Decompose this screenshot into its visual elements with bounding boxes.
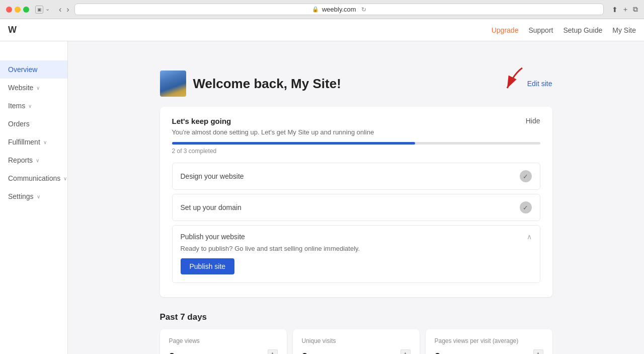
browser-chrome: ▣ ⌄ ‹ › 🔒 weebly.com ↻ ⬆ ＋ ⧉ [0, 0, 644, 19]
stat-pages-per-visit-label: Pages views per visit (average) [435, 337, 543, 344]
maximize-dot[interactable] [23, 7, 29, 13]
arrow-annotation [485, 65, 525, 97]
url-reload: ↻ [361, 6, 366, 13]
close-dot[interactable] [6, 7, 12, 13]
url-text: weebly.com [322, 6, 356, 13]
avatar-image [160, 70, 186, 97]
browser-dots [6, 7, 29, 13]
step-setup-domain[interactable]: Set up your domain ✓ [172, 194, 540, 221]
reports-chevron-icon: ∨ [36, 158, 39, 163]
stat-page-views-controls: ▲ ▬ [268, 349, 278, 354]
publish-site-button[interactable]: Publish site [181, 258, 235, 274]
my-site-link[interactable]: My Site [612, 26, 636, 34]
tab-chevron: ⌄ [45, 6, 50, 14]
items-chevron-icon: ∨ [28, 103, 32, 109]
stat-unique-visits-row: 0 ▲ ▬ [302, 349, 411, 354]
step-publish-description: Ready to publish? Go live and start sell… [181, 245, 532, 252]
stat-card-page-views: Page views 0 ▲ ▬ [160, 329, 287, 354]
stat-pages-per-visit-row: 0 ▲ ▬ [435, 349, 543, 354]
stat-page-views-up-arrow[interactable]: ▲ [268, 349, 278, 354]
upgrade-link[interactable]: Upgrade [492, 26, 519, 34]
settings-chevron-icon: ∨ [37, 194, 40, 199]
new-tab-button[interactable]: ＋ [622, 5, 629, 14]
browser-tabs: ▣ ⌄ [35, 6, 50, 14]
step-design-label: Design your website [181, 172, 244, 180]
step-publish-expanded: Ready to publish? Go live and start sell… [181, 245, 532, 274]
setup-guide-link[interactable]: Setup Guide [563, 26, 602, 34]
fulfillment-label: Fulfillment [8, 138, 40, 146]
step-domain-label: Set up your domain [181, 203, 242, 211]
url-icon: 🔒 [312, 6, 319, 13]
items-label: Items [8, 102, 25, 110]
main-content: Welcome back, My Site! Edit site [68, 19, 644, 354]
orders-label: Orders [8, 120, 30, 128]
url-bar[interactable]: 🔒 weebly.com ↻ [74, 4, 604, 15]
sidebar-item-settings[interactable]: Settings ∨ [0, 187, 67, 205]
step-expand-chevron-icon[interactable]: ∧ [527, 233, 532, 241]
sidebar-item-communications[interactable]: Communications ∨ [0, 169, 67, 187]
support-link[interactable]: Support [528, 26, 553, 34]
step-publish-header: Publish your website ∧ [181, 233, 532, 241]
progress-text: 2 of 3 completed [172, 148, 540, 155]
sidebar-item-fulfillment[interactable]: Fulfillment ∨ [0, 133, 67, 151]
stat-unique-visits-value: 0 [302, 350, 308, 354]
sidebar-item-overview[interactable]: Overview [0, 60, 67, 79]
stat-pages-per-visit-up-arrow[interactable]: ▲ [533, 349, 543, 354]
app-layout: Overview Website ∨ Items ∨ Orders Fulfil… [0, 19, 644, 354]
reports-label: Reports [8, 156, 33, 164]
setup-card: Let's keep going Hide You're almost done… [160, 107, 552, 297]
site-avatar [160, 70, 186, 97]
website-chevron-icon: ∨ [36, 85, 40, 91]
stat-pages-per-visit-value: 0 [435, 350, 441, 354]
stat-page-views-row: 0 ▲ ▬ [169, 349, 278, 354]
stat-unique-visits-up-arrow[interactable]: ▲ [400, 349, 411, 354]
communications-label: Communications [8, 174, 60, 182]
tab-icon: ▣ [35, 6, 43, 14]
step-design-website[interactable]: Design your website ✓ [172, 163, 540, 190]
step-domain-check: ✓ [520, 201, 532, 214]
sidebar-toggle-button[interactable]: ⧉ [633, 5, 638, 14]
step-publish-website[interactable]: Publish your website ∧ Ready to publish?… [172, 225, 540, 283]
step-design-check: ✓ [520, 170, 532, 182]
step-publish-label: Publish your website [181, 233, 245, 241]
welcome-header: Welcome back, My Site! Edit site [160, 70, 552, 97]
settings-label: Settings [8, 192, 34, 200]
stat-pages-per-visit-controls: ▲ ▬ [533, 349, 543, 354]
stat-card-unique-visits: Unique visits 0 ▲ ▬ [293, 329, 420, 354]
overview-label: Overview [8, 65, 37, 74]
content-inner: Welcome back, My Site! Edit site [150, 60, 562, 354]
edit-site-link[interactable]: Edit site [527, 80, 552, 88]
sidebar-item-items[interactable]: Items ∨ [0, 97, 67, 115]
progress-bar-fill [172, 142, 415, 145]
top-nav-links: Upgrade Support Setup Guide My Site [492, 26, 636, 34]
progress-bar-background [172, 142, 540, 145]
stat-page-views-label: Page views [169, 337, 278, 344]
stats-grid: Page views 0 ▲ ▬ Unique visits 0 [160, 329, 552, 354]
browser-actions: ⬆ ＋ ⧉ [612, 5, 638, 14]
welcome-title: Welcome back, My Site! [193, 76, 341, 92]
stats-section-title: Past 7 days [160, 312, 552, 322]
communications-chevron-icon: ∨ [63, 176, 67, 181]
stat-unique-visits-controls: ▲ ▬ [400, 349, 411, 354]
browser-controls: ‹ › [58, 5, 70, 14]
stats-section: Past 7 days Page views 0 ▲ ▬ U [160, 312, 552, 354]
hide-button[interactable]: Hide [526, 117, 540, 125]
stat-unique-visits-label: Unique visits [302, 337, 411, 344]
back-button[interactable]: ‹ [58, 5, 62, 14]
setup-title: Let's keep going [172, 117, 231, 125]
sidebar-item-website[interactable]: Website ∨ [0, 79, 67, 97]
fulfillment-chevron-icon: ∨ [43, 139, 47, 145]
share-button[interactable]: ⬆ [612, 5, 618, 14]
sidebar-item-reports[interactable]: Reports ∨ [0, 151, 67, 169]
stat-card-pages-per-visit: Pages views per visit (average) 0 ▲ ▬ [426, 329, 552, 354]
weebly-logo[interactable]: W [8, 25, 17, 35]
sidebar-item-orders[interactable]: Orders [0, 115, 67, 133]
setup-subtitle: You're almost done setting up. Let's get… [172, 128, 540, 136]
website-label: Website [8, 84, 33, 92]
stat-page-views-value: 0 [169, 350, 175, 354]
setup-card-header: Let's keep going Hide [172, 117, 540, 125]
minimize-dot[interactable] [15, 7, 21, 13]
forward-button[interactable]: › [65, 5, 70, 14]
top-nav: W Upgrade Support Setup Guide My Site [0, 19, 644, 41]
sidebar: Overview Website ∨ Items ∨ Orders Fulfil… [0, 19, 68, 354]
